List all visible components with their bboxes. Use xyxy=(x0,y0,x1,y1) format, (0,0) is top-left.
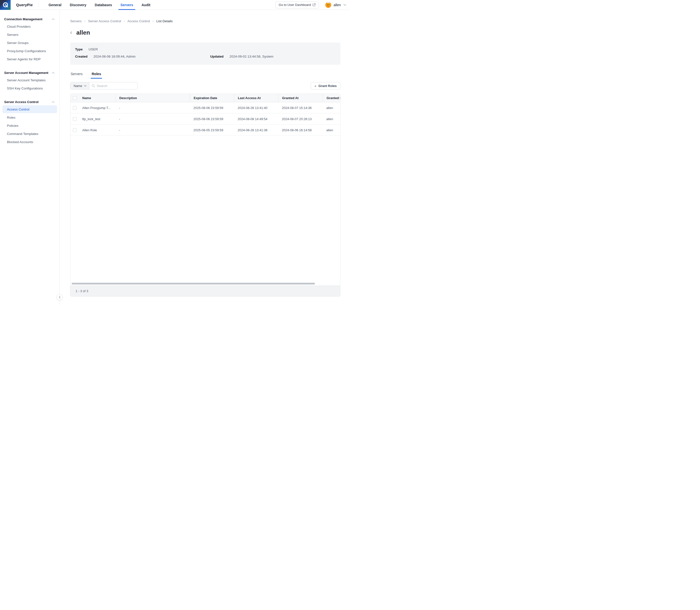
sidebar-item-server-agents-for-rdp[interactable]: Server Agents for RDP xyxy=(2,55,57,63)
table-row[interactable]: Allen Proxyjump T... - 2025-08-06 23:59:… xyxy=(70,102,340,113)
chevron-down-icon[interactable] xyxy=(343,4,346,6)
breadcrumb-access-control[interactable]: Access Control xyxy=(128,19,150,23)
detail-tabs: Servers Roles xyxy=(70,71,340,79)
top-nav: QueryPie General Discovery Databases Ser… xyxy=(0,0,350,10)
row-checkbox[interactable] xyxy=(73,128,77,132)
breadcrumb-separator: › xyxy=(84,19,85,23)
collapse-sidebar-icon xyxy=(59,296,61,299)
cell-name[interactable]: Allen Role xyxy=(80,125,115,135)
brand-title: QueryPie xyxy=(16,3,33,7)
go-to-user-dashboard-label: Go to User Dashboard xyxy=(279,3,311,7)
sidebar-section-server-access-control: Server Access Control Access Control Rol… xyxy=(0,99,60,146)
pagination-info: 1 - 3 of 3 xyxy=(76,289,88,293)
updated-value: 2024-09-02 13:44:58, System xyxy=(230,54,273,58)
updated-label: Updated xyxy=(210,54,223,58)
horizontal-scrollbar xyxy=(70,283,340,286)
cell-last-access-at: 2024-08-08 14:49:54 xyxy=(234,113,278,124)
user-menu-name[interactable]: allen xyxy=(333,3,341,7)
nav-item-servers[interactable]: Servers xyxy=(116,0,137,10)
avatar-eye xyxy=(329,4,329,5)
chevron-up-icon xyxy=(52,18,54,20)
sidebar-item-blocked-accounts[interactable]: Blocked Accounts xyxy=(2,138,57,146)
row-checkbox[interactable] xyxy=(73,117,77,121)
querypie-admin-app: QueryPie General Discovery Databases Ser… xyxy=(0,0,350,305)
sidebar-item-server-account-templates[interactable]: Server Account Templates xyxy=(2,76,57,84)
grant-roles-button[interactable]: + Grant Roles xyxy=(311,82,340,90)
page-title-row: ‹ allen xyxy=(70,29,340,36)
main-content: Servers › Server Access Control › Access… xyxy=(60,10,350,305)
sidebar-item-roles[interactable]: Roles xyxy=(2,113,57,122)
external-link-icon xyxy=(313,3,316,6)
cell-granted-by: allen xyxy=(322,102,340,113)
sidebar-section-title: Server Account Management xyxy=(4,71,48,75)
row-checkbox[interactable] xyxy=(73,106,77,110)
back-chevron-icon[interactable]: ‹ xyxy=(70,29,72,35)
table-row[interactable]: Allen Role - 2025-08-05 23:59:59 2024-08… xyxy=(70,125,340,136)
sidebar-item-proxyjump-configurations[interactable]: ProxyJump Configurations xyxy=(2,47,57,55)
sidebar-section-title: Server Access Control xyxy=(4,100,38,104)
sidebar-item-servers[interactable]: Servers xyxy=(2,31,57,38)
chevron-up-icon xyxy=(52,72,54,74)
table-row[interactable]: ftp_lock_test - 2025-08-06 23:59:59 2024… xyxy=(70,113,340,125)
top-nav-right: Go to User Dashboard allen xyxy=(276,1,350,9)
avatar[interactable] xyxy=(325,2,331,8)
breadcrumb: Servers › Server Access Control › Access… xyxy=(70,19,340,23)
sidebar-item-ssh-key-configurations[interactable]: SSH Key Configurations xyxy=(2,84,57,92)
horizontal-scrollbar-thumb[interactable] xyxy=(72,283,315,285)
plus-icon: + xyxy=(314,84,317,88)
grant-roles-label: Grant Roles xyxy=(318,84,337,88)
nav-item-databases[interactable]: Databases xyxy=(91,0,116,10)
details-panel: Type USER Created 2024-08-06 16:09:44, A… xyxy=(70,43,340,65)
breadcrumb-separator: › xyxy=(124,19,125,23)
nav-item-general[interactable]: General xyxy=(44,0,65,10)
cell-last-access-at: 2024-08-26 13:41:40 xyxy=(234,102,278,113)
sidebar-section-title: Connection Management xyxy=(4,17,43,21)
cell-granted-at: 2024-08-07 20:26:13 xyxy=(278,113,322,124)
sidebar-collapse-button[interactable] xyxy=(56,294,63,300)
search-input[interactable] xyxy=(97,84,135,88)
sidebar-section-header-connection-management[interactable]: Connection Management xyxy=(0,16,60,22)
breadcrumb-server-access-control[interactable]: Server Access Control xyxy=(88,19,121,23)
avatar-mouth xyxy=(327,6,329,6)
column-header-granted-at: Granted At xyxy=(278,94,322,102)
sidebar-section-connection-management: Connection Management Cloud Providers Se… xyxy=(0,16,60,63)
cell-name[interactable]: ftp_lock_test xyxy=(80,113,115,124)
nav-item-audit[interactable]: Audit xyxy=(137,0,155,10)
cell-last-access-at: 2024-08-26 13:41:36 xyxy=(234,125,278,135)
cell-expiration-date: 2025-08-06 23:59:59 xyxy=(190,102,234,113)
nav-item-discovery[interactable]: Discovery xyxy=(66,0,91,10)
cell-name[interactable]: Allen Proxyjump T... xyxy=(80,102,115,113)
select-all-checkbox[interactable] xyxy=(73,96,77,100)
avatar-eye xyxy=(327,4,328,5)
cell-granted-by: allen xyxy=(322,125,340,135)
table-footer: 1 - 3 of 3 xyxy=(70,286,340,296)
cell-granted-at: 2024-08-06 16:14:58 xyxy=(278,125,322,135)
details-row-type: Type USER xyxy=(75,47,335,51)
sidebar-item-cloud-providers[interactable]: Cloud Providers xyxy=(2,22,57,30)
go-to-user-dashboard-button[interactable]: Go to User Dashboard xyxy=(276,1,319,9)
roles-table-clip: Name Description Expiration Date Last Ac… xyxy=(70,94,340,286)
search-combo: Name xyxy=(70,82,137,90)
primary-nav: General Discovery Databases Servers Audi… xyxy=(44,0,154,10)
sidebar-item-server-groups[interactable]: Server Groups xyxy=(2,39,57,47)
search-field-select[interactable]: Name xyxy=(70,82,89,89)
sidebar-item-command-templates[interactable]: Command Templates xyxy=(2,130,57,138)
breadcrumb-servers[interactable]: Servers xyxy=(70,19,82,23)
cell-granted-at: 2024-08-07 15:14:36 xyxy=(278,102,322,113)
column-header-expiration-date: Expiration Date xyxy=(190,94,234,102)
querypie-logo-icon xyxy=(2,2,9,8)
sidebar-section-header-server-access-control[interactable]: Server Access Control xyxy=(0,99,60,105)
sidebar-item-access-control[interactable]: Access Control xyxy=(2,105,57,113)
table-empty-area xyxy=(70,136,340,283)
cell-description: - xyxy=(115,113,190,124)
sidebar: Connection Management Cloud Providers Se… xyxy=(0,10,60,305)
tab-roles[interactable]: Roles xyxy=(91,71,101,79)
sidebar-section-header-server-account-management[interactable]: Server Account Management xyxy=(0,69,60,76)
column-header-description: Description xyxy=(115,94,190,102)
page-title: allen xyxy=(76,29,90,36)
querypie-logo[interactable] xyxy=(0,0,11,10)
tab-servers[interactable]: Servers xyxy=(70,71,83,79)
sidebar-item-policies[interactable]: Policies xyxy=(2,122,57,129)
search-field-value: Name xyxy=(73,84,82,88)
search-icon xyxy=(91,84,95,87)
